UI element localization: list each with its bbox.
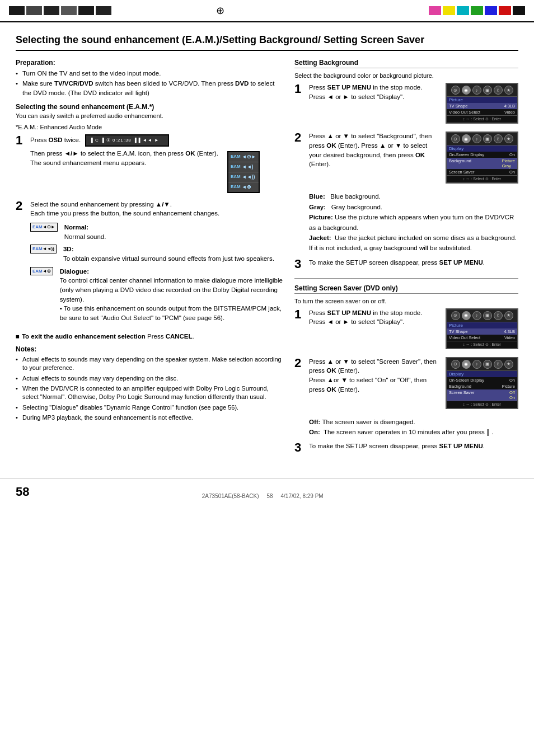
setup-menu-label-4: Display <box>447 371 517 377</box>
setup-nav-3: ↕ ↔ : Select ⊙ : Enter <box>447 341 517 348</box>
setup-menu-label-2: Display <box>447 145 517 152</box>
footer-left: 58 <box>16 485 29 499</box>
setup-menu-background4: BackgroundPicture <box>447 383 517 389</box>
crosshair-icon: ⊕ <box>216 4 224 17</box>
bg-step-3-row: 3 To make the SETUP screen disappear, pr… <box>294 258 518 270</box>
bar-1 <box>9 6 25 15</box>
setup-menu-videoout3: Video Out SelectVideo <box>447 335 517 341</box>
footer-id: 2A73501AE(58-BACK) <box>202 493 259 499</box>
eam-3d-icon: EAM ◄◄)) <box>30 245 57 253</box>
icon-lang4: ℓ <box>494 360 503 369</box>
icon-disc: ⊙ <box>451 86 460 95</box>
preparation-title: Preparation: <box>16 59 283 67</box>
left-step-1-row: 1 Press OSD twice. ▐ C ▐ ① 0:21:38 ▐▐ ◄◄… <box>16 134 283 193</box>
ss-section-title: Setting Screen Saver (DVD only) <box>294 284 518 294</box>
right-color-bars <box>429 6 525 15</box>
footer-page: 58 <box>266 493 273 499</box>
setup-menu-label-3: Picture <box>447 322 517 328</box>
ss-step-1-screen: ⊙ ◉ ♪ ▣ ℓ ★ Picture TV Shape4:3LB Video … <box>441 308 518 349</box>
prep-item-2: Make sure TV/VCR/DVD switch has been sli… <box>16 79 283 97</box>
setup-screen-3: ⊙ ◉ ♪ ▣ ℓ ★ Picture TV Shape4:3LB Video … <box>446 308 518 349</box>
setup-menu-onscreen4: On-Screen DisplayOn <box>447 377 517 383</box>
setup-menu-label-1: Picture <box>447 97 517 103</box>
bar-magenta <box>429 6 441 15</box>
bar-blue <box>485 6 497 15</box>
bg-intro: Select the background color or backgroun… <box>294 72 518 81</box>
setup-icons-row-3: ⊙ ◉ ♪ ▣ ℓ ★ <box>447 309 517 322</box>
page-number: 58 <box>16 485 29 499</box>
exit-icon: ■ <box>16 333 20 340</box>
bg-step-3-content: To make the SETUP screen disappear, pres… <box>309 258 518 267</box>
eam-footnote: *E.A.M.: Enhanced Audio Mode <box>16 123 283 132</box>
eam-icon-4: EAM ◄⊕ <box>228 182 259 192</box>
step-1-content: Press OSD twice. ▐ C ▐ ① 0:21:38 ▐▐ ◄◄ ►… <box>30 134 283 193</box>
setup-menu-tvshape3: TV Shape4:3LB <box>447 328 517 335</box>
setup-menu-screensaver2: Screen SaverOn <box>447 169 517 175</box>
color-blue-label: Blue: <box>309 193 325 200</box>
icon-video2: ▣ <box>483 134 492 143</box>
bg-step-2-row: 2 Press ▲ or ▼ to select "Back­ground", … <box>294 132 518 184</box>
setup-menu-onscreen: On-Screen DisplayOn <box>447 152 517 158</box>
setup-screen-1: ⊙ ◉ ♪ ▣ ℓ ★ Picture TV Shape4:3LB Video … <box>446 83 518 124</box>
note-5: During MP3 playback, the sound enhanceme… <box>16 414 283 422</box>
icon-video3: ▣ <box>483 311 492 320</box>
icon-lang2: ℓ <box>494 134 503 143</box>
setup-menu-videoout: Video Out SelectVideo <box>447 109 517 115</box>
eam-3d-desc: 3D:To obtain expansive virtual surround … <box>63 245 274 263</box>
ss-step-2-screen: ⊙ ◉ ♪ ▣ ℓ ★ Display On-Screen DisplayOn … <box>441 357 518 409</box>
bar-4 <box>61 6 77 15</box>
setup-nav-1: ↕ ↔ : Select ⊙ : Enter <box>447 115 517 123</box>
bar-5 <box>78 6 94 15</box>
section-divider <box>294 278 518 279</box>
bg-step-1-screen: ⊙ ◉ ♪ ▣ ℓ ★ Picture TV Shape4:3LB Video … <box>441 83 518 124</box>
icon-ratings3: ★ <box>504 311 513 320</box>
bg-step-2-screen: ⊙ ◉ ♪ ▣ ℓ ★ Display On-Screen DisplayOn … <box>441 132 518 184</box>
ss-step-1-row: 1 Press SET UP MENU in the stop mode. Pr… <box>294 308 518 349</box>
eam-normal-icon: EAM ◄⊙► <box>30 223 58 232</box>
then-press-text: Then press ◄/► to select the E.A.M. icon… <box>30 149 218 168</box>
note-4: Selecting "Dialogue" disables "Dynamic R… <box>16 403 283 412</box>
icon-audio: ♪ <box>472 86 481 95</box>
eam-normal-desc: Normal:Normal sound. <box>64 223 106 241</box>
bg-step-3-num: 3 <box>294 258 305 270</box>
bar-green <box>471 6 483 15</box>
ss-on-label: On: <box>309 429 320 435</box>
bg-step-1-row: 1 Press SET UP MENU in the stop mode. Pr… <box>294 83 518 124</box>
bar-dark <box>513 6 525 15</box>
preparation-list: Turn ON the TV and set to the video inpu… <box>16 69 283 97</box>
right-column: Setting Background Select the background… <box>294 59 518 462</box>
two-column-layout: Preparation: Turn ON the TV and set to t… <box>16 59 518 462</box>
step-2-number: 2 <box>16 200 26 212</box>
bar-cyan <box>457 6 469 15</box>
osd-screen-display: ▐ C ▐ ① 0:21:38 ▐▐ ◄◄ ► <box>85 134 169 147</box>
icon-ratings2: ★ <box>504 134 513 143</box>
step-2-content: Select the sound enhancement by pressing… <box>30 200 283 326</box>
bg-section-title: Setting Background <box>294 59 518 68</box>
icon-disc2: ⊙ <box>451 134 460 143</box>
setup-menu-background: BackgroundPictureGray <box>447 158 517 169</box>
icon-display: ◉ <box>462 86 471 95</box>
setup-menu-tvshape: TV Shape4:3LB <box>447 103 517 109</box>
note-1: Actual effects to sounds may vary depend… <box>16 355 283 373</box>
eam-icons-block: EAM ◄⊙► EAM ◄◄) EAM ◄◄)) <box>227 151 260 193</box>
setup-screen-4: ⊙ ◉ ♪ ▣ ℓ ★ Display On-Screen DisplayOn … <box>446 357 518 409</box>
color-picture-label: Picture: <box>309 214 333 220</box>
header-bar: ⊕ <box>0 0 534 22</box>
footer-meta: 2A73501AE(58-BACK) 58 4/17/02, 8:29 PM <box>202 493 324 499</box>
notes-title: Notes: <box>16 345 283 353</box>
color-gray-label: Gray: <box>309 204 326 210</box>
left-step-2-row: 2 Select the sound enhancement by pressi… <box>16 200 283 326</box>
bg-step-2-content: Press ▲ or ▼ to select "Back­ground", th… <box>309 132 437 169</box>
bar-yellow <box>443 6 455 15</box>
bg-step-2-num: 2 <box>294 132 305 144</box>
ss-off-label: Off: <box>309 419 320 425</box>
left-column: Preparation: Turn ON the TV and set to t… <box>16 59 283 462</box>
icon-video: ▣ <box>483 86 492 95</box>
eam-section-title: Selecting the sound enhancement (E.A.M.*… <box>16 103 283 111</box>
notes-list: Actual effects to sounds may vary depend… <box>16 355 283 422</box>
eam-intro: You can easily switch a preferred audio … <box>16 112 283 121</box>
bar-6 <box>96 6 111 15</box>
ss-step-3-content: To make the SETUP screen disappear, pres… <box>309 442 518 451</box>
setup-nav-2: ↕ ↔ : Select ⊙ : Enter <box>447 175 517 182</box>
icon-audio2: ♪ <box>472 134 481 143</box>
